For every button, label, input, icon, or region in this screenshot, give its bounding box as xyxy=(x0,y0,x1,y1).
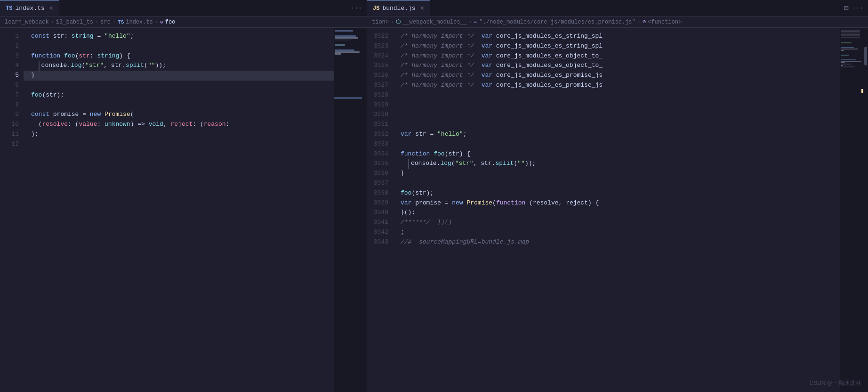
kw-const-1: const xyxy=(31,32,49,41)
right-editor-panel: JS bundle.js × ⊟ ··· tion> › ⬡ __webpack… xyxy=(367,0,868,392)
bc-learn-webpack: learn_webpack xyxy=(5,19,49,25)
right-scrollbar[interactable] xyxy=(863,28,868,392)
ln-6: 6 xyxy=(5,81,19,90)
rln-3923: 3923 xyxy=(372,41,388,51)
ln-5: 5 xyxy=(5,71,19,81)
bc-sep2: › xyxy=(95,19,98,25)
r-code-line-3938: foo (str); xyxy=(393,188,840,198)
right-tab-spacer xyxy=(430,0,839,16)
rln-3931: 3931 xyxy=(372,120,388,130)
rln-3939: 3939 xyxy=(372,198,388,208)
watermark-text: CSDN @一颗冰淇淋 xyxy=(809,380,861,386)
watermark: CSDN @一颗冰淇淋 xyxy=(809,379,861,387)
rln-3924: 3924 xyxy=(372,51,388,61)
r-code-line-3926: /* harmony import */ var core_js_modules… xyxy=(393,71,840,81)
r-code-line-3943: //# sourceMappingURL=bundle.js.map xyxy=(393,237,840,247)
bc-func-icon: ⊙ xyxy=(160,19,163,25)
ln-3: 3 xyxy=(5,51,19,61)
rln-3940: 3940 xyxy=(372,208,388,218)
bc-13babel: 13_babel_ts xyxy=(56,19,93,25)
left-breadcrumb: learn_webpack › 13_babel_ts › src › TS i… xyxy=(0,16,367,28)
rln-3929: 3929 xyxy=(372,100,388,110)
left-tab-spacer xyxy=(59,0,346,16)
rln-3938: 3938 xyxy=(372,188,388,198)
rln-3922: 3922 xyxy=(372,32,388,41)
bc-index-ts: index.ts xyxy=(126,19,153,25)
left-minimap xyxy=(334,28,362,392)
ln-10: 10 xyxy=(5,120,19,130)
right-tab-close[interactable]: × xyxy=(420,5,424,12)
ln-11: 11 xyxy=(5,130,19,139)
r-code-line-3924: /* harmony import */ var core_js_modules… xyxy=(393,51,840,61)
bc-sep3: › xyxy=(113,19,116,25)
r-code-line-3929 xyxy=(393,100,840,110)
ln-2: 2 xyxy=(5,41,19,51)
r-code-line-3922: /* harmony import */ var core_js_modules… xyxy=(393,32,840,41)
rln-3927: 3927 xyxy=(372,81,388,90)
bc-r-pencil-icon: ✏ xyxy=(474,18,477,25)
bc-r-webpack-modules: ⬡ xyxy=(396,18,401,25)
bc-r-path: "./node_modules/core-js/modules/es.promi… xyxy=(479,19,635,25)
bc-r-function: <function> xyxy=(648,19,682,25)
bc-src: src xyxy=(100,19,111,25)
rln-3930: 3930 xyxy=(372,110,388,120)
bc-r-sep2: › xyxy=(469,19,472,25)
right-minimap xyxy=(840,28,863,392)
r-code-line-3939: var promise = new Promise ( function (re… xyxy=(393,198,840,208)
left-editor-panel: TS index.ts × ··· learn_webpack › 13_bab… xyxy=(0,0,367,392)
rln-3936: 3936 xyxy=(372,169,388,179)
right-code-area: 3922 3923 3924 3925 3926 3927 3928 3929 … xyxy=(367,28,868,392)
left-tab-ellipsis[interactable]: ··· xyxy=(346,0,367,16)
code-line-8 xyxy=(24,100,334,110)
r-code-line-3934: function foo (str) { xyxy=(393,149,840,159)
r-code-line-3941: /******/ })() xyxy=(393,218,840,228)
code-line-3: function foo ( str : string ) { xyxy=(24,51,334,61)
code-line-2 xyxy=(24,41,334,51)
code-line-12 xyxy=(24,139,334,149)
ln-7: 7 xyxy=(5,90,19,100)
left-code-content[interactable]: const str : string = "hello" ; function … xyxy=(24,28,334,392)
left-line-numbers: 1 2 3 4 5 6 7 8 9 10 11 12 xyxy=(0,28,24,392)
r-code-line-3936: } xyxy=(393,169,840,179)
code-line-9: const promise = new Promise ( xyxy=(24,110,334,120)
right-tab-label: bundle.js xyxy=(382,5,415,12)
rln-3934: 3934 xyxy=(372,149,388,159)
code-line-10: ( resolve : ( value : unknown ) => void … xyxy=(24,120,334,130)
js-icon: JS xyxy=(373,5,379,12)
ln-9: 9 xyxy=(5,110,19,120)
r-code-line-3923: /* harmony import */ var core_js_modules… xyxy=(393,41,840,51)
rln-3941: 3941 xyxy=(372,218,388,228)
left-scrollbar[interactable] xyxy=(362,28,367,392)
code-line-11: ); xyxy=(24,130,334,139)
right-tab-bundle-js[interactable]: JS bundle.js × xyxy=(367,0,430,16)
bc-r-sep3: › xyxy=(637,19,641,25)
bc-foo[interactable]: foo xyxy=(165,19,176,25)
r-code-line-3940: }(); xyxy=(393,208,840,218)
right-code-content[interactable]: /* harmony import */ var core_js_modules… xyxy=(393,28,840,392)
r-code-line-3937 xyxy=(393,179,840,188)
r-code-line-3932: var str = "hello" ; xyxy=(393,130,840,139)
r-code-line-3927: /* harmony import */ var core_js_modules… xyxy=(393,81,840,90)
ln-12: 12 xyxy=(5,139,19,149)
bc-r-tion: tion> xyxy=(372,19,389,25)
bc-r-func-icon: ⊙ xyxy=(643,18,646,25)
code-line-5: } xyxy=(24,71,334,81)
ln-8: 8 xyxy=(5,100,19,110)
ln-1: 1 xyxy=(5,32,19,41)
left-tab-index-ts[interactable]: TS index.ts × xyxy=(0,0,59,16)
bc-r-sep1: › xyxy=(391,19,394,25)
bc-ts-icon: TS xyxy=(118,19,124,25)
r-code-line-3930 xyxy=(393,110,840,120)
rln-3935: 3935 xyxy=(372,159,388,169)
code-line-1: const str : string = "hello" ; xyxy=(24,32,334,41)
scrollbar-thumb[interactable] xyxy=(864,47,867,65)
right-panel-actions[interactable]: ⊟ ··· xyxy=(839,0,868,16)
ln-4: 4 xyxy=(5,61,19,71)
rln-3933: 3933 xyxy=(372,139,388,149)
left-tab-bar: TS index.ts × ··· xyxy=(0,0,367,16)
editor-container: TS index.ts × ··· learn_webpack › 13_bab… xyxy=(0,0,868,392)
left-tab-close[interactable]: × xyxy=(49,5,53,12)
r-code-line-3931 xyxy=(393,120,840,130)
code-line-7: foo (str); xyxy=(24,90,334,100)
bc-sep1: › xyxy=(51,19,54,25)
